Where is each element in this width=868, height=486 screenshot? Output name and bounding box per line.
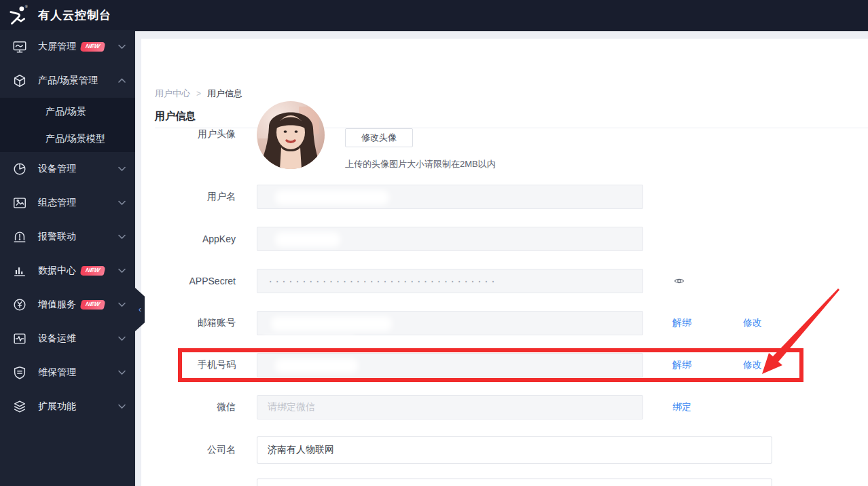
breadcrumb: 用户中心 > 用户信息	[155, 88, 242, 100]
sidebar-subitem-product-scene-model[interactable]: 产品/场景模型	[0, 125, 135, 152]
sidebar-item-screen-management[interactable]: 大屏管理 NEW	[0, 30, 135, 64]
username-row: 用户名	[141, 185, 868, 209]
email-modify-link[interactable]: 修改	[743, 317, 762, 329]
chevron-down-icon	[118, 370, 126, 375]
alarm-icon	[12, 229, 27, 244]
sidebar-item-maintenance-management[interactable]: 维保管理	[0, 356, 135, 390]
app-logo-row[interactable]: ® 有人云控制台	[0, 0, 135, 30]
main-content-card: 用户中心 > 用户信息 用户信息 用户头像 修改头像 上传的头像图片大小请限制在…	[141, 39, 868, 486]
sidebar-item-product-scene-management[interactable]: 产品/场景管理	[0, 64, 135, 98]
pie-chart-icon	[12, 162, 27, 176]
next-field-input[interactable]	[257, 479, 772, 486]
sidebar-item-device-management[interactable]: 设备管理	[0, 152, 135, 186]
avatar-field-label: 用户头像	[155, 128, 236, 141]
svg-text:®: ®	[25, 5, 28, 9]
sidebar-item-alarm-linkage[interactable]: 报警联动	[0, 220, 135, 254]
chevron-down-icon	[118, 166, 126, 172]
wechat-label: 微信	[155, 401, 236, 413]
sidebar-item-label: 设备管理	[38, 163, 76, 175]
sidebar-item-configuration-management[interactable]: 组态管理	[0, 186, 135, 220]
sidebar-item-label: 扩展功能	[38, 400, 76, 413]
sidebar-item-label: 增值服务	[38, 299, 76, 311]
sidebar-item-data-center[interactable]: 数据中心 NEW	[0, 254, 135, 288]
appkey-label: AppKey	[155, 233, 236, 244]
image-icon	[12, 195, 27, 210]
cube-icon	[12, 73, 27, 88]
phone-unbind-link[interactable]: 解绑	[672, 359, 691, 371]
phone-modify-link[interactable]: 修改	[743, 359, 762, 371]
company-input[interactable]: 济南有人物联网	[257, 436, 772, 464]
chevron-down-icon	[118, 234, 126, 240]
chevron-down-icon	[118, 404, 126, 409]
sidebar-item-value-added-services[interactable]: 增值服务 NEW	[0, 288, 135, 322]
sidebar: ® 有人云控制台 大屏管理 NEW	[0, 0, 135, 486]
phone-input[interactable]	[257, 353, 643, 377]
redacted-value	[262, 336, 356, 345]
avatar-size-hint: 上传的头像图片大小请限制在2MB以内	[345, 158, 496, 170]
sidebar-subitem-product-scene[interactable]: 产品/场景	[0, 98, 135, 125]
chevron-down-icon	[118, 268, 126, 274]
change-avatar-button[interactable]: 修改头像	[345, 128, 413, 147]
appkey-input[interactable]	[257, 227, 643, 251]
collapse-chevron-icon: ‹	[139, 305, 141, 314]
new-badge: NEW	[80, 42, 106, 52]
appsecret-row: APPSecret ······························…	[141, 269, 868, 293]
appsecret-label: APPSecret	[155, 276, 236, 286]
new-badge: NEW	[80, 266, 106, 276]
chevron-up-icon	[118, 78, 126, 83]
breadcrumb-user-center[interactable]: 用户中心	[155, 88, 190, 100]
wechat-bind-link[interactable]: 绑定	[672, 401, 691, 413]
chevron-down-icon	[118, 44, 126, 50]
chevron-down-icon	[118, 336, 126, 341]
bar-chart-icon	[12, 263, 27, 278]
redacted-value	[275, 190, 389, 205]
wechat-placeholder: 请绑定微信	[268, 401, 315, 413]
sidebar-submenu: 产品/场景 产品/场景模型	[0, 98, 135, 152]
sidebar-item-label: 报警联动	[38, 231, 76, 243]
sidebar-item-label: 数据中心	[38, 265, 76, 277]
pulse-icon	[12, 331, 27, 346]
new-badge: NEW	[80, 300, 106, 310]
chevron-down-icon	[118, 302, 126, 307]
redacted-value	[275, 232, 340, 247]
coin-icon	[12, 297, 27, 312]
username-input[interactable]	[257, 185, 643, 209]
user-info-page: { "app": { "title": "有人云控制台" }, "sidebar…	[0, 0, 868, 486]
next-field-row	[141, 479, 868, 486]
avatar	[257, 101, 325, 169]
breadcrumb-separator: >	[196, 89, 201, 98]
company-row: 公司名 济南有人物联网	[141, 436, 868, 464]
page-title: 用户信息	[155, 110, 196, 123]
breadcrumb-current: 用户信息	[207, 88, 242, 100]
email-unbind-link[interactable]: 解绑	[672, 317, 691, 329]
sidebar-item-extended-functions[interactable]: 扩展功能	[0, 390, 135, 424]
phone-row: 手机号码 解绑 修改	[141, 353, 868, 377]
screen-icon	[12, 39, 27, 54]
phone-label: 手机号码	[155, 359, 236, 371]
email-label: 邮箱账号	[155, 317, 236, 329]
layers-icon	[12, 399, 27, 414]
wechat-input[interactable]: 请绑定微信	[257, 395, 643, 419]
eye-icon[interactable]	[673, 275, 685, 287]
sidebar-item-device-operations[interactable]: 设备运维	[0, 322, 135, 356]
sidebar-item-label: 产品/场景管理	[38, 75, 98, 87]
email-input[interactable]	[257, 311, 643, 335]
sidebar-item-label: 设备运维	[38, 333, 76, 345]
appkey-row: AppKey	[141, 227, 868, 251]
sidebar-item-label: 组态管理	[38, 197, 76, 209]
sidebar-item-label: 大屏管理	[38, 41, 76, 53]
sidebar-item-label: 维保管理	[38, 367, 76, 379]
company-label: 公司名	[155, 444, 236, 456]
wechat-row: 微信 请绑定微信 绑定	[141, 395, 868, 419]
app-title: 有人云控制台	[38, 7, 111, 23]
username-label: 用户名	[155, 191, 236, 203]
email-row: 邮箱账号 解绑 修改	[141, 311, 868, 335]
chevron-down-icon	[118, 200, 126, 206]
person-logo-icon: ®	[7, 4, 29, 26]
company-value: 济南有人物联网	[268, 444, 334, 456]
redacted-value	[271, 316, 392, 331]
redacted-value	[275, 358, 358, 373]
masked-secret-value: ··································	[268, 276, 497, 286]
shield-icon	[12, 365, 27, 380]
appsecret-input[interactable]: ··································	[257, 269, 643, 293]
